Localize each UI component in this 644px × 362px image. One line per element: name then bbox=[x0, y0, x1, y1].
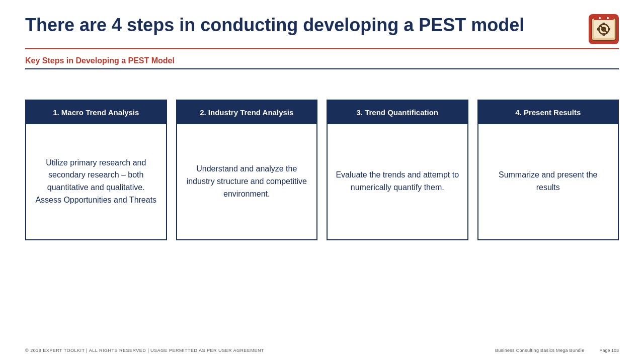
header-section: There are 4 steps in conducting developi… bbox=[25, 0, 619, 74]
footer-brand: Business Consulting Basics Mega Bundle bbox=[495, 348, 585, 353]
page-container: There are 4 steps in conducting developi… bbox=[0, 0, 644, 362]
step-4-text: Summarize and present the results bbox=[487, 169, 610, 194]
svg-rect-5 bbox=[603, 23, 605, 25]
svg-rect-10 bbox=[594, 16, 614, 20]
subtitle-underline bbox=[25, 68, 619, 69]
title-underline bbox=[25, 48, 619, 49]
step-3-text: Evaluate the trends and attempt to numer… bbox=[336, 169, 459, 194]
step-card-2: 2. Industry Trend Analysis Understand an… bbox=[176, 100, 318, 240]
step-3-header: 3. Trend Quantification bbox=[328, 101, 467, 125]
svg-rect-6 bbox=[603, 33, 605, 36]
footer-right: Business Consulting Basics Mega Bundle P… bbox=[495, 348, 619, 353]
step-card-1: 1. Macro Trend Analysis Utilize primary … bbox=[25, 100, 167, 240]
step-1-header: 1. Macro Trend Analysis bbox=[26, 101, 166, 125]
svg-point-11 bbox=[599, 17, 601, 19]
svg-rect-8 bbox=[608, 28, 610, 31]
svg-rect-7 bbox=[597, 28, 600, 31]
steps-container: 1. Macro Trend Analysis Utilize primary … bbox=[25, 100, 619, 240]
step-card-3: 3. Trend Quantification Evaluate the tre… bbox=[327, 100, 468, 240]
footer-copyright: © 2018 EXPERT TOOLKIT | ALL RIGHTS RESER… bbox=[25, 348, 264, 353]
footer-page: Page 103 bbox=[599, 348, 619, 353]
logo-icon bbox=[589, 14, 619, 44]
step-1-text: Utilize primary research and secondary r… bbox=[34, 157, 158, 207]
step-2-body: Understand and analyze the industry stru… bbox=[177, 124, 317, 239]
main-title: There are 4 steps in conducting developi… bbox=[25, 14, 579, 36]
step-3-body: Evaluate the trends and attempt to numer… bbox=[328, 124, 467, 239]
step-4-header: 4. Present Results bbox=[478, 101, 618, 125]
footer: © 2018 EXPERT TOOLKIT | ALL RIGHTS RESER… bbox=[25, 348, 619, 353]
step-card-4: 4. Present Results Summarize and present… bbox=[477, 100, 619, 240]
step-2-text: Understand and analyze the industry stru… bbox=[185, 163, 309, 200]
svg-point-12 bbox=[607, 17, 609, 19]
subtitle: Key Steps in Developing a PEST Model bbox=[25, 56, 619, 65]
step-4-body: Summarize and present the results bbox=[478, 124, 618, 239]
step-1-body: Utilize primary research and secondary r… bbox=[26, 124, 166, 239]
step-2-header: 2. Industry Trend Analysis bbox=[177, 101, 317, 125]
